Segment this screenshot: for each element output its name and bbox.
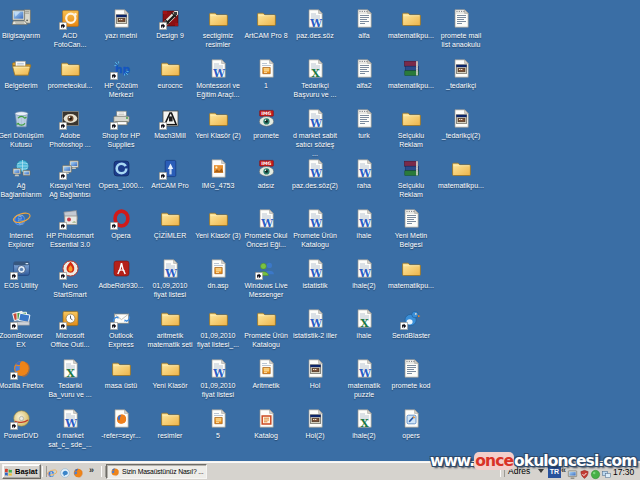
svg-text:W: W: [309, 167, 322, 179]
svg-text:W: W: [309, 267, 322, 279]
nero-icon: [60, 258, 81, 279]
svg-text:W: W: [309, 317, 322, 329]
ppt-doc-icon: [256, 358, 277, 379]
photoshop-eye-icon: [60, 108, 81, 129]
word-doc-icon: W: [305, 108, 326, 129]
firefox-quicklaunch[interactable]: [72, 465, 84, 477]
folder-icon: [160, 308, 181, 329]
svg-text:e: e: [48, 467, 55, 479]
task-button[interactable]: Sizin Masaüstünüz Nasıl? ...: [106, 464, 207, 479]
desktop-icon-label: opers: [379, 431, 443, 440]
folder-icon: [401, 258, 422, 279]
desktop-icon-label: Yeni Metin Belgesi: [379, 231, 443, 249]
window-file-icon: [451, 108, 472, 129]
word-doc-icon: W: [305, 8, 326, 29]
desktop-icon-promete-mail-list-anaokulu[interactable]: promete mail list anaokulu: [429, 8, 493, 49]
desktop-icon-tedarik-i-2[interactable]: _tedarikçi(2): [429, 108, 493, 140]
outlook-express-icon: [111, 308, 132, 329]
folder-icon: [256, 8, 277, 29]
watermark: www.onceokuloncesi.com: [430, 452, 637, 470]
svg-text:W: W: [212, 367, 225, 379]
word-doc-icon: W: [305, 158, 326, 179]
quicklaunch-overflow-chevron[interactable]: »: [89, 465, 94, 475]
ppt-doc-icon: [256, 58, 277, 79]
text-doc-icon: [401, 208, 422, 229]
desktop-icon-matematikpu[interactable]: matematikpu...: [379, 258, 443, 290]
word-doc-icon: W: [305, 208, 326, 229]
svg-text:W: W: [64, 417, 77, 429]
hp-photosmart-icon: [60, 208, 81, 229]
desktop-icon-label: matematikpu...: [429, 181, 493, 190]
word-doc-icon: W: [354, 208, 375, 229]
word-doc-icon: W: [354, 158, 375, 179]
winrar-icon: [401, 158, 422, 179]
svg-text:X: X: [360, 417, 369, 429]
svg-text:IMG: IMG: [261, 111, 271, 116]
svg-text:e: e: [14, 208, 25, 229]
hp-solution-icon: hp: [111, 58, 132, 79]
svg-text:W: W: [358, 367, 371, 379]
folder-icon: [208, 108, 229, 129]
ms-outlook-icon: [60, 308, 81, 329]
ppt-doc-icon: [208, 258, 229, 279]
watermark-prefix: www.: [430, 452, 474, 470]
design9-icon: [160, 8, 181, 29]
firefox-doc-icon: [111, 408, 132, 429]
folder-icon: [60, 58, 81, 79]
text-doc-icon: [354, 58, 375, 79]
desktop-icon-label: matematikpu...: [379, 281, 443, 290]
word-doc-icon: W: [208, 358, 229, 379]
ie-quicklaunch[interactable]: e: [46, 465, 58, 477]
folder-icon: [208, 8, 229, 29]
folder-icon: [160, 408, 181, 429]
start-button[interactable]: Başlat: [2, 464, 41, 479]
desktop-icon-tedarik-i[interactable]: _tedarikçi: [429, 58, 493, 90]
word-doc-icon: W: [305, 308, 326, 329]
svg-text:X: X: [66, 367, 75, 379]
text-doc-icon: [401, 358, 422, 379]
task-button-label: Sizin Masaüstünüz Nasıl? ...: [122, 468, 204, 475]
folder-icon: [451, 158, 472, 179]
desktop-icon-sendblaster[interactable]: SendBlaster: [379, 308, 443, 340]
opera-setup-icon: [111, 158, 132, 179]
adobe-reader-icon: [111, 258, 132, 279]
messenger-icon: [256, 258, 277, 279]
mach3mill-icon: [160, 108, 181, 129]
desktop-icon-label: SendBlaster: [379, 331, 443, 340]
excel-doc-icon: X: [305, 58, 326, 79]
window-file-icon: [305, 358, 326, 379]
sendblaster-icon: [401, 308, 422, 329]
desktop-icon-opers[interactable]: opers: [379, 408, 443, 440]
word-doc-icon: W: [256, 208, 277, 229]
ppt-doc-icon: [208, 408, 229, 429]
desktop-icon-matematikpu[interactable]: matematikpu...: [429, 158, 493, 190]
folder-icon: [401, 108, 422, 129]
img-eye-icon: IMG: [256, 108, 277, 129]
excel-doc-icon: X: [60, 358, 81, 379]
text-doc-icon: [354, 108, 375, 129]
messenger-quicklaunch[interactable]: [59, 465, 71, 477]
word-doc-icon: W: [305, 258, 326, 279]
excel-doc-icon: X: [354, 308, 375, 329]
network-connection-icon: [60, 158, 81, 179]
word-doc-icon: W: [354, 358, 375, 379]
svg-text:W: W: [358, 167, 371, 179]
my-computer-icon: [11, 8, 32, 29]
eos-utility-icon: [11, 258, 32, 279]
desktop-icon-label: promete kod: [379, 381, 443, 390]
desktop-icon-label: _tedarikçi: [429, 81, 493, 90]
zoombrowser-icon: [11, 308, 32, 329]
desktop-icon-promete-kod[interactable]: promete kod: [379, 358, 443, 390]
windows-flag-icon: [4, 467, 13, 476]
firefox-icon: [110, 464, 120, 479]
excel-doc-icon: X: [354, 408, 375, 429]
folder-icon: [401, 8, 422, 29]
wordpad-doc-icon: [401, 408, 422, 429]
desktop-icon-yeni-metin-belgesi[interactable]: Yeni Metin Belgesi: [379, 208, 443, 249]
svg-text:W: W: [164, 267, 177, 279]
watermark-highlight: once: [474, 452, 514, 470]
artcam-icon: [160, 158, 181, 179]
svg-text:X: X: [360, 317, 369, 329]
window-file-icon: [305, 408, 326, 429]
desktop-icon-label: promete mail list anaokulu: [429, 31, 493, 49]
